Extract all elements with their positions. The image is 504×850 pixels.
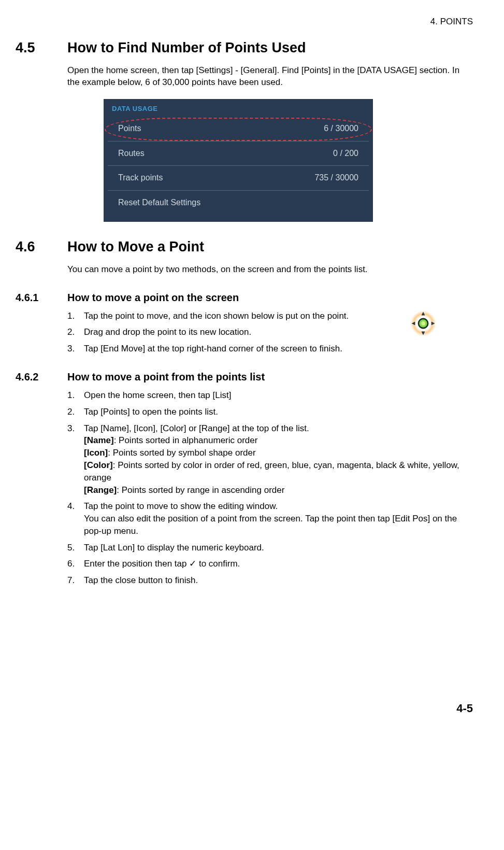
list-item: Tap [Name], [Icon], [Color] or [Range] a… bbox=[67, 422, 473, 497]
list-item: Open the home screen, then tap [List] bbox=[67, 389, 473, 402]
section-4-6-body: You can move a point by two methods, on … bbox=[67, 263, 473, 276]
step-text: Tap [Name], [Icon], [Color] or [Range] a… bbox=[84, 423, 309, 433]
section-4-6-2-heading: 4.6.2 How to move a point from the point… bbox=[16, 370, 473, 384]
data-usage-title: DATA USAGE bbox=[104, 104, 373, 117]
page-number: 4-5 bbox=[16, 701, 473, 717]
color-sort-label: [Color] bbox=[84, 460, 113, 470]
track-points-row[interactable]: Track points 735 / 30000 bbox=[108, 166, 369, 190]
name-sort-label: [Name] bbox=[84, 435, 114, 445]
track-points-value: 735 / 30000 bbox=[314, 172, 358, 183]
color-sort-desc: : Points sorted by color in order of red… bbox=[84, 460, 459, 483]
list-item: Tap [Lat Lon] to display the numeric key… bbox=[67, 542, 473, 554]
section-title: How to Find Number of Points Used bbox=[67, 38, 306, 58]
data-usage-panel: DATA USAGE Points 6 / 30000 Routes 0 / 2… bbox=[104, 99, 373, 222]
range-sort-label: [Range] bbox=[84, 485, 117, 495]
section-number: 4.6 bbox=[16, 237, 67, 257]
list-item: Tap the point to move to show the editin… bbox=[67, 500, 473, 537]
subsection-title: How to move a point on the screen bbox=[67, 290, 239, 305]
section-4-6-2-steps: Open the home screen, then tap [List] Ta… bbox=[67, 389, 473, 587]
list-item: Tap [End Move] at the top right-hand cor… bbox=[67, 343, 473, 355]
routes-value: 0 / 200 bbox=[333, 148, 358, 159]
icon-sort-label: [Icon] bbox=[84, 448, 108, 458]
section-4-6-1-heading: 4.6.1 How to move a point on the screen bbox=[16, 290, 473, 305]
list-item: Tap the point to move, and the icon show… bbox=[67, 310, 473, 322]
section-4-6-heading: 4.6 How to Move a Point bbox=[16, 237, 473, 257]
subsection-number: 4.6.2 bbox=[16, 370, 67, 384]
step-text: Tap the point to move to show the editin… bbox=[84, 501, 278, 511]
subsection-title: How to move a point from the points list bbox=[67, 370, 265, 384]
list-item: Tap the close button to finish. bbox=[67, 574, 473, 587]
range-sort-desc: : Points sorted by range in ascending or… bbox=[117, 485, 284, 495]
name-sort-desc: : Points sorted in alphanumeric order bbox=[114, 435, 258, 445]
list-item: Tap [Points] to open the points list. bbox=[67, 406, 473, 418]
section-4-5-body: Open the home screen, then tap [Settings… bbox=[67, 64, 473, 89]
track-points-label: Track points bbox=[118, 172, 163, 183]
section-number: 4.5 bbox=[16, 38, 67, 58]
reset-label: Reset Default Settings bbox=[118, 197, 200, 208]
page-header-chapter: 4. POINTS bbox=[16, 16, 473, 28]
icon-sort-desc: : Points sorted by symbol shape order bbox=[108, 448, 255, 458]
points-row[interactable]: Points 6 / 30000 bbox=[108, 117, 369, 141]
list-item: Enter the position then tap ✓ to confirm… bbox=[67, 558, 473, 570]
points-value: 6 / 30000 bbox=[324, 123, 358, 134]
subsection-number: 4.6.1 bbox=[16, 290, 67, 305]
section-4-6-1-steps: Tap the point to move, and the icon show… bbox=[67, 310, 473, 355]
step-text: You can also edit the position of a poin… bbox=[84, 514, 457, 536]
routes-label: Routes bbox=[118, 148, 145, 159]
routes-row[interactable]: Routes 0 / 200 bbox=[108, 141, 369, 166]
list-item: Drag and drop the point to its new locat… bbox=[67, 326, 473, 338]
section-4-5-heading: 4.5 How to Find Number of Points Used bbox=[16, 38, 473, 58]
reset-default-settings-row[interactable]: Reset Default Settings bbox=[108, 191, 369, 215]
points-label: Points bbox=[118, 123, 141, 134]
section-title: How to Move a Point bbox=[67, 237, 204, 257]
